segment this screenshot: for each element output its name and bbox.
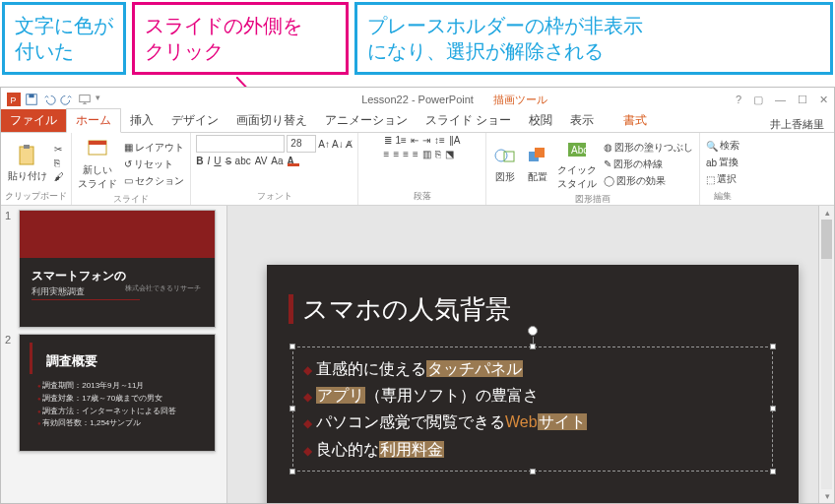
shadow-button[interactable]: abc xyxy=(235,156,251,166)
arrange-label: 配置 xyxy=(528,170,547,184)
quick-styles-button[interactable]: Abcクイック スタイル xyxy=(555,135,599,193)
tab-design[interactable]: デザイン xyxy=(162,109,227,132)
resize-handle[interactable] xyxy=(289,469,295,474)
shape-effects-button[interactable]: ◯図形の効果 xyxy=(602,173,695,189)
slide-thumbnail-1[interactable]: スマートフォンの 利用実態調査 株式会社できるリサーチ xyxy=(19,210,216,328)
align-center-button[interactable]: ≡ xyxy=(393,149,399,159)
convert-smartart-button[interactable]: ⬔ xyxy=(445,149,454,159)
decrease-indent-button[interactable]: ⇤ xyxy=(411,135,418,146)
tab-file[interactable]: ファイル xyxy=(1,109,66,132)
bullets-button[interactable]: ≣ xyxy=(384,135,392,146)
scroll-up-arrow[interactable]: ▴ xyxy=(819,206,834,220)
shape-fill-button[interactable]: ◍図形の塗りつぶし xyxy=(602,140,695,156)
tab-review[interactable]: 校閲 xyxy=(520,109,561,132)
bullet-3[interactable]: パソコン感覚で閲覧できるWebサイト xyxy=(303,409,762,435)
scroll-down-arrow[interactable]: ▾ xyxy=(819,489,834,503)
resize-handle[interactable] xyxy=(770,406,776,411)
format-painter-button[interactable]: 🖌 xyxy=(52,170,66,183)
slide-thumbnails-panel[interactable]: 1 スマートフォンの 利用実態調査 株式会社できるリサーチ 2 調査概要 調査期… xyxy=(1,206,227,503)
underline-button[interactable]: U xyxy=(214,156,221,166)
layout-button[interactable]: ▦レイアウト xyxy=(122,140,186,156)
tab-insert[interactable]: 挿入 xyxy=(121,109,162,132)
replace-button[interactable]: ab置換 xyxy=(704,155,741,170)
font-name-combo[interactable] xyxy=(196,135,285,153)
increase-indent-button[interactable]: ⇥ xyxy=(422,135,430,146)
maximize-icon[interactable]: ☐ xyxy=(798,94,807,106)
resize-handle[interactable] xyxy=(770,469,776,474)
change-case-button[interactable]: Aa xyxy=(271,156,283,166)
rotate-handle[interactable] xyxy=(528,326,538,336)
tab-transitions[interactable]: 画面切り替え xyxy=(227,109,316,132)
vertical-scrollbar[interactable]: ▴ ▾ xyxy=(818,206,834,503)
resize-handle[interactable] xyxy=(770,344,776,349)
tab-view[interactable]: 表示 xyxy=(561,109,603,132)
bullet-2[interactable]: アプリ（専用ソフト）の豊富さ xyxy=(303,382,762,409)
italic-button[interactable]: I xyxy=(208,156,211,166)
signed-in-user[interactable]: 井上香緒里 xyxy=(770,117,824,132)
slide-canvas[interactable]: スマホの人気背景 直感的に使えるタッチパネル アプリ（専用ソフト）の豊富さ パソ… xyxy=(267,265,799,503)
find-label: 検索 xyxy=(720,139,739,153)
slide-editor[interactable]: スマホの人気背景 直感的に使えるタッチパネル アプリ（専用ソフト）の豊富さ パソ… xyxy=(227,206,834,503)
ribbon-group-paragraph: ≣ 1≡ ⇤ ⇥ ↕≡ ‖A ≡ ≡ ≡ ≡ ▥ ⎘ ⬔ 段落 xyxy=(358,133,486,205)
replace-icon: ab xyxy=(706,158,717,168)
resize-handle[interactable] xyxy=(289,344,295,349)
bucket-icon: ◍ xyxy=(604,142,612,153)
window-title: Lesson22 - PowerPoint xyxy=(361,94,474,105)
justify-button[interactable]: ≡ xyxy=(413,149,418,159)
slide-title[interactable]: スマホの人気背景 xyxy=(267,265,799,333)
redo-icon[interactable] xyxy=(60,93,74,106)
resize-handle[interactable] xyxy=(530,469,536,474)
slide-thumbnail-2[interactable]: 調査概要 調査期間：2013年9月～11月 調査対象：17歳～70歳までの男女 … xyxy=(19,334,216,452)
align-text-button[interactable]: ⎘ xyxy=(435,149,441,159)
save-icon[interactable] xyxy=(25,93,38,106)
shapes-button[interactable]: 図形 xyxy=(490,142,520,186)
cut-button[interactable]: ✂ xyxy=(52,143,66,156)
tab-format[interactable]: 書式 xyxy=(614,109,656,132)
reset-button[interactable]: ↺リセット xyxy=(122,157,186,172)
font-size-combo[interactable]: 28 xyxy=(287,135,316,153)
columns-button[interactable]: ▥ xyxy=(422,149,431,159)
text-direction-button[interactable]: ‖A xyxy=(449,135,461,146)
section-button[interactable]: ▭セクション xyxy=(122,173,186,189)
reset-label: リセット xyxy=(134,158,173,171)
undo-icon[interactable] xyxy=(42,93,56,106)
shape-outline-button[interactable]: ✎図形の枠線 xyxy=(602,157,695,172)
close-icon[interactable]: ✕ xyxy=(819,94,828,106)
new-slide-button[interactable]: 新しい スライド xyxy=(76,135,119,193)
svg-rect-6 xyxy=(20,147,33,164)
minimize-icon[interactable]: — xyxy=(775,94,786,106)
grow-font-button[interactable]: A↑ xyxy=(318,139,330,150)
strikethrough-button[interactable]: S̶ xyxy=(225,156,231,166)
char-spacing-button[interactable]: AV xyxy=(255,156,268,166)
start-slideshow-icon[interactable] xyxy=(78,93,92,106)
scroll-track[interactable] xyxy=(821,220,832,489)
content-placeholder[interactable]: 直感的に使えるタッチパネル アプリ（専用ソフト）の豊富さ パソコン感覚で閲覧でき… xyxy=(292,346,773,472)
line-spacing-button[interactable]: ↕≡ xyxy=(434,135,445,146)
copy-button[interactable]: ⎘ xyxy=(52,157,66,169)
ribbon-group-slides: 新しい スライド ▦レイアウト ↺リセット ▭セクション スライド xyxy=(72,133,191,205)
bold-button[interactable]: B xyxy=(196,156,203,166)
align-left-button[interactable]: ≡ xyxy=(384,149,390,159)
tab-animations[interactable]: アニメーション xyxy=(316,109,417,132)
bullet-4[interactable]: 良心的な利用料金 xyxy=(303,436,762,463)
tab-slideshow[interactable]: スライド ショー xyxy=(417,109,520,132)
font-color-button[interactable]: A xyxy=(288,156,294,166)
ribbon-options-icon[interactable]: ▢ xyxy=(753,94,763,106)
paste-button[interactable]: 貼り付け xyxy=(6,141,49,185)
titlebar: P ▾ Lesson22 - PowerPoint 描画ツール ? ▢ — ☐ … xyxy=(1,88,834,111)
arrange-button[interactable]: 配置 xyxy=(523,142,552,186)
scroll-thumb[interactable] xyxy=(821,220,832,259)
shrink-font-button[interactable]: A↓ xyxy=(332,139,344,150)
find-button[interactable]: 🔍検索 xyxy=(704,138,741,154)
align-right-button[interactable]: ≡ xyxy=(403,149,409,159)
tab-home[interactable]: ホーム xyxy=(66,108,121,133)
clear-formatting-button[interactable]: A̸ xyxy=(346,139,353,150)
help-icon[interactable]: ? xyxy=(736,94,741,106)
resize-handle[interactable] xyxy=(530,344,536,349)
resize-handle[interactable] xyxy=(289,406,295,411)
section-icon: ▭ xyxy=(124,175,133,186)
bullet-1[interactable]: 直感的に使えるタッチパネル xyxy=(303,355,762,382)
numbering-button[interactable]: 1≡ xyxy=(396,135,407,146)
qat-customize-icon[interactable]: ▾ xyxy=(96,93,100,106)
select-button[interactable]: ⬚選択 xyxy=(704,171,741,187)
